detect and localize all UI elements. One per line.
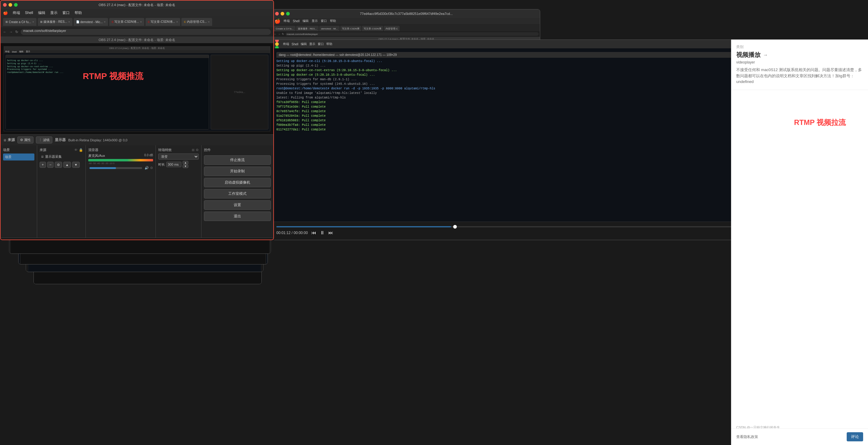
right-menu-display[interactable]: 显示 [312,19,318,23]
display-capture-icon: 🖥 [3,138,6,142]
tab-6-close[interactable]: × [208,21,209,24]
scene-item-main[interactable]: 场景 [3,153,34,161]
time-total: 00:00:00 [294,231,308,235]
right-tab-2[interactable]: 媒体服务 - RES... [296,26,319,31]
tab-5-close[interactable]: × [176,21,178,24]
source-eye-icon[interactable]: 👁 [74,148,78,152]
right-menu-edit[interactable]: 编辑 [303,19,309,23]
menu-display-main[interactable]: 显示 [50,10,58,15]
close-btn-video[interactable] [275,39,279,42]
tab-2[interactable]: ⊞ 媒体服务 - RES... × [38,18,72,26]
tab-1[interactable]: ⊞ Create a C# fu... × [3,18,36,26]
category-label: 类别 [736,44,863,49]
privacy-link[interactable]: 查看隐私政策 [736,434,758,440]
stop-stream-btn[interactable]: 停止推流 [204,155,271,165]
menu-help-main[interactable]: 帮助 [74,10,82,15]
menu-window-main[interactable]: 窗口 [62,10,70,15]
filter-btn[interactable]: ⋮ 滤镜 [36,136,52,143]
menu-shell-main[interactable]: Shell [25,11,33,15]
nav-reload-main[interactable]: ↻ [15,30,18,34]
tab-3[interactable]: 📄 demotest - Mic... × [74,18,108,26]
url-input-main[interactable]: macwk.com/soft/stellarplayer [21,29,271,35]
apple-icon-main: 🍎 [3,11,8,15]
video-window-label: 窗口 [318,42,324,46]
time-current: 00:01:12 [276,231,291,235]
right-nav-fwd[interactable]: → [278,33,281,36]
tab-1-close[interactable]: × [32,21,34,24]
right-menu-window[interactable]: 窗口 [321,19,327,23]
transition-type-select[interactable]: 渐变 [158,153,199,160]
right-tab-4[interactable]: 写文章-CSDN博 [340,26,361,31]
mixer-track-name: 麦克风/Aux [88,153,105,158]
right-tab-6[interactable]: 内容管理-C [384,26,400,31]
right-address-bar[interactable]: macwk.com/soft/stellarplayer [285,32,539,36]
close-btn-right[interactable] [275,12,279,15]
tab-4[interactable]: C 写文章-CSDN博... × [109,18,144,26]
min-btn-right[interactable] [281,12,284,15]
transition-move-icon: ⊞ [192,148,194,152]
browser-tabs-main: ⊞ Create a C# fu... × ⊞ 媒体服务 - RES... × … [1,16,273,27]
address-bar-main: ← → ↻ macwk.com/soft/stellarplayer [1,27,273,36]
source-up-btn[interactable]: ▲ [63,162,71,168]
max-btn-main[interactable] [14,3,18,7]
tab-5[interactable]: C 写文章-CSDN博... × [146,18,181,26]
volume-icon[interactable]: 🔊 [145,166,149,170]
source-add-btn[interactable]: + [39,162,46,168]
right-tab-5[interactable]: 写文章-CSDN博 [362,26,383,31]
right-nav-reload[interactable]: ↻ [282,33,284,36]
transition-settings-icon[interactable]: ⚙ [196,148,199,152]
volume-slider[interactable] [90,167,142,169]
comment-btn[interactable]: 评论 [847,432,863,441]
main-term-line-6: root@demotest:/home/demotest# docker run… [276,86,783,91]
min-btn-video[interactable] [275,42,279,46]
menu-terminal-main[interactable]: 终端 [13,10,20,15]
settings-btn[interactable]: 设置 [204,200,271,210]
properties-btn[interactable]: ⚙ 属性 [17,136,33,143]
quit-btn[interactable]: 退出 [204,211,271,221]
nav-fwd-main[interactable]: → [9,30,13,34]
scene-panel: 场景 场景 [1,145,37,238]
skip-back-btn[interactable]: ⏮ [311,230,316,236]
duration-up[interactable]: ▲ [183,161,188,165]
obs-window-main: OBS 27.2.4 (mac) - 配置文件: 未命名 - 场景: 未命名 🍎… [0,0,274,240]
source-down-btn[interactable]: ▼ [72,162,80,168]
main-term-line-1: Setting up pigz (2.4-1) ... [276,64,783,68]
arrow-right-icon: → [763,52,768,58]
source-item-display[interactable]: 🖥 显示器采集 [39,153,83,160]
action-panel-title: 控件 [204,148,211,152]
right-tab-1[interactable]: Create a C# fu... [274,26,296,31]
start-record-btn[interactable]: 开始录制 [204,167,271,176]
scene-panel-title: 场景 [3,148,10,152]
tab-2-close[interactable]: × [68,21,70,24]
virtual-cam-btn[interactable]: 启动虚拟摄像机 [204,178,271,187]
source-item-label: 显示器采集 [45,155,62,159]
skip-fwd-btn[interactable]: ⏭ [329,230,333,236]
max-btn-right[interactable] [286,12,290,15]
duration-down[interactable]: ▼ [183,165,188,168]
close-btn-main[interactable] [3,3,7,7]
duration-input[interactable] [166,162,181,167]
source-remove-btn[interactable]: − [47,162,54,168]
source-settings-btn[interactable]: ⚙ [55,162,62,168]
pause-btn[interactable]: ⏸ [320,230,325,236]
tab-4-close[interactable]: × [140,21,142,24]
menu-edit-main[interactable]: 编辑 [38,10,45,15]
right-menu-terminal[interactable]: 终端 [284,19,290,23]
main-term-line-3: Setting up docker-ce (5:20.10.15-3-0-ubu… [276,73,783,77]
right-menu-help[interactable]: 帮助 [330,19,336,23]
video-subtitle: videoplayer [736,60,863,64]
studio-mode-btn[interactable]: 工作室模式 [204,189,271,199]
tab-6[interactable]: C 内容管理-CS... × [181,18,212,26]
min-btn-main[interactable] [8,3,12,7]
right-menu-shell[interactable]: Shell [293,20,300,23]
tab-3-close[interactable]: × [104,21,105,24]
video-shell-label: Shell [291,42,298,46]
video-window-title: 终端 [283,42,289,46]
source-lock-icon[interactable]: 🔒 [79,148,83,152]
right-nav-back[interactable]: ← [274,33,277,36]
video-title-display: 视频播放 → [736,51,863,59]
mixer-settings-icon[interactable]: ⚙ [150,166,153,170]
nav-back-main[interactable]: ← [3,30,7,34]
right-tab-3[interactable]: demotest - Mi... [319,26,340,31]
progress-handle[interactable] [453,225,457,229]
